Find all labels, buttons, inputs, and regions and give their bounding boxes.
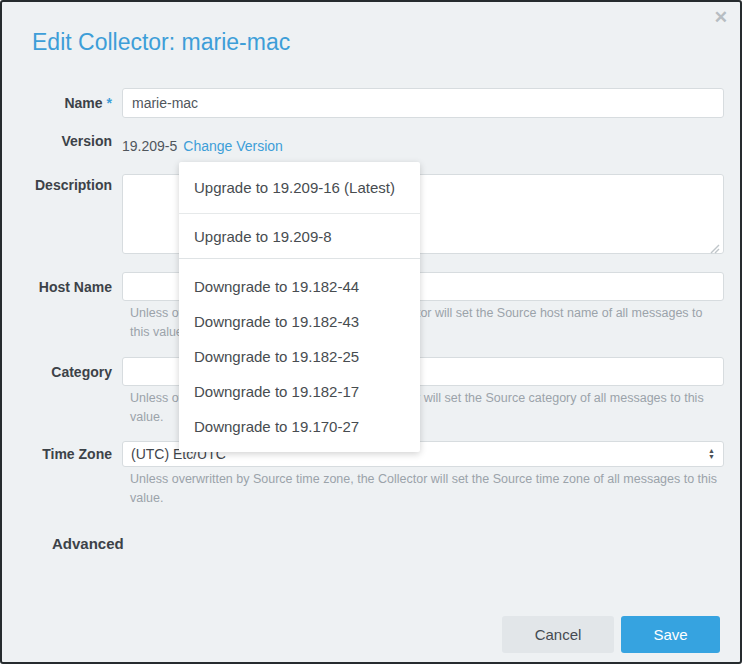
version-line: 19.209-5Change Version bbox=[122, 138, 283, 154]
menu-item-downgrade[interactable]: Downgrade to 19.182-43 bbox=[179, 304, 420, 339]
menu-item-upgrade[interactable]: Upgrade to 19.209-8 bbox=[179, 214, 420, 259]
name-label: Name* bbox=[2, 88, 112, 118]
name-label-text: Name bbox=[64, 95, 102, 111]
downgrade-group: Downgrade to 19.182-44 Downgrade to 19.1… bbox=[179, 259, 420, 444]
change-version-link[interactable]: Change Version bbox=[183, 138, 283, 154]
save-button[interactable]: Save bbox=[621, 616, 720, 653]
cancel-button[interactable]: Cancel bbox=[502, 616, 614, 653]
menu-item-downgrade[interactable]: Downgrade to 19.182-25 bbox=[179, 339, 420, 374]
time-zone-label: Time Zone bbox=[2, 440, 112, 467]
resize-handle-icon[interactable] bbox=[708, 240, 720, 252]
menu-item-downgrade[interactable]: Downgrade to 19.182-44 bbox=[179, 269, 420, 304]
host-name-label: Host Name bbox=[2, 272, 112, 301]
edit-collector-dialog: ✕ Edit Collector: marie-mac Name* Versio… bbox=[0, 0, 742, 664]
required-asterisk: * bbox=[107, 95, 112, 111]
name-input[interactable] bbox=[122, 88, 724, 118]
dialog-title: Edit Collector: marie-mac bbox=[32, 29, 290, 56]
version-label: Version bbox=[2, 132, 112, 150]
close-icon[interactable]: ✕ bbox=[714, 8, 728, 28]
advanced-section-label: Advanced bbox=[52, 535, 124, 552]
time-zone-help: Unless overwritten by Source time zone, … bbox=[130, 470, 722, 508]
change-version-menu: Upgrade to 19.209-16 (Latest) Upgrade to… bbox=[179, 162, 420, 452]
description-label: Description bbox=[2, 174, 112, 196]
category-label: Category bbox=[2, 357, 112, 386]
menu-item-downgrade[interactable]: Downgrade to 19.182-17 bbox=[179, 374, 420, 409]
select-stepper-icon: ▲▼ bbox=[708, 448, 715, 460]
version-value: 19.209-5 bbox=[122, 138, 177, 154]
menu-item-upgrade-latest[interactable]: Upgrade to 19.209-16 (Latest) bbox=[179, 162, 420, 214]
menu-item-downgrade[interactable]: Downgrade to 19.170-27 bbox=[179, 409, 420, 444]
